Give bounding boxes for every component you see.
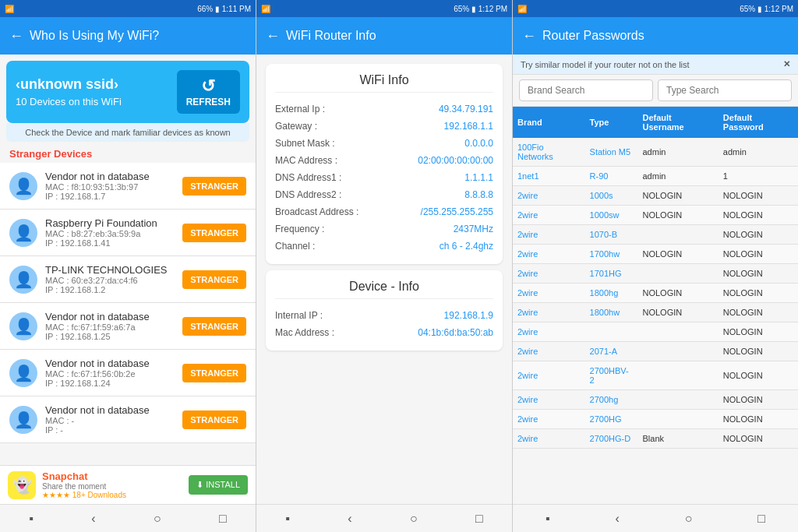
username-cell — [637, 390, 718, 410]
close-hint-icon[interactable]: ✕ — [783, 59, 790, 69]
back-arrow-3[interactable]: ← — [522, 28, 536, 44]
device-item: 👤 TP-LINK TECHNOLOGIES MAC : 60:e3:27:da… — [0, 256, 256, 303]
password-cell: NOLOGIN — [719, 284, 798, 303]
username-cell — [637, 225, 718, 245]
install-button[interactable]: ⬇ INSTALL — [189, 475, 248, 495]
stranger-button[interactable]: STRANGER — [182, 270, 246, 289]
stranger-button[interactable]: STRANGER — [182, 364, 246, 382]
username-cell: NOLOGIN — [637, 186, 718, 206]
device-mac: MAC : - — [45, 416, 175, 425]
col-type: Type — [585, 107, 638, 138]
info-row: DNS Address2 :8.8.8.8 — [275, 186, 493, 203]
table-row: 2wire 2700HBV-2 NOLOGIN — [513, 361, 798, 390]
nav-square-1[interactable]: ▪ — [29, 512, 34, 526]
info-row: External Ip :49.34.79.191 — [275, 100, 493, 118]
table-row: 100Fio Networks Station M5 admin admin — [513, 138, 798, 167]
table-row: 2wire 2700HG-D Blank NOLOGIN — [513, 429, 798, 449]
device-mac: MAC : f8:10:93:51:3b:97 — [45, 182, 175, 192]
screen-router-passwords: 📶 65% ▮ 1:12 PM ← Router Passwords Try s… — [513, 0, 798, 532]
device-info-rows: Internal IP :192.168.1.9Mac Address :04:… — [275, 307, 493, 341]
refresh-icon: ↺ — [186, 76, 231, 97]
ad-stars: ★★★★ 18+ Downloads — [42, 491, 182, 499]
brand-cell: 1net1 — [513, 167, 585, 186]
status-bar-2: 📶 65% ▮ 1:12 PM — [256, 0, 512, 17]
type-cell: 2700HG — [585, 410, 638, 429]
device-vendor: Vendor not in database — [45, 404, 175, 416]
header-title-3: Router Passwords — [542, 29, 789, 43]
brand-cell: 2wire — [513, 225, 585, 245]
password-cell: admin — [719, 138, 798, 167]
device-avatar: 👤 — [9, 359, 37, 387]
wifi-device-count: 10 Devices on this WiFi — [16, 96, 171, 107]
type-cell: 2700HG-D — [585, 429, 638, 449]
nav-recents-3[interactable]: □ — [757, 512, 765, 526]
nav-home-2[interactable]: ○ — [410, 512, 418, 526]
stranger-header: Stranger Devices — [0, 142, 256, 163]
nav-back-2[interactable]: ‹ — [348, 512, 351, 526]
back-arrow-1[interactable]: ← — [9, 28, 23, 44]
nav-square-2[interactable]: ▪ — [285, 512, 290, 526]
device-list: 👤 Vendor not in database MAC : f8:10:93:… — [0, 163, 256, 465]
brand-cell: 2wire — [513, 322, 585, 342]
password-cell: NOLOGIN — [719, 390, 798, 410]
device-item: 👤 Vendor not in database MAC : fc:67:1f:… — [0, 350, 256, 396]
brand-cell: 2wire — [513, 342, 585, 361]
stranger-button[interactable]: STRANGER — [182, 177, 246, 196]
username-cell: NOLOGIN — [637, 303, 718, 322]
nav-back-1[interactable]: ‹ — [91, 512, 95, 526]
type-cell: R-90 — [585, 167, 638, 186]
status-icons-2: 📶 — [261, 5, 270, 13]
table-row: 2wire 2700HG NOLOGIN — [513, 410, 798, 429]
nav-bar-1: ▪ ‹ ○ □ — [0, 504, 256, 532]
nav-home-3[interactable]: ○ — [685, 512, 693, 526]
device-ip: IP : 192.168.1.2 — [45, 285, 175, 294]
info-row: Frequency :2437MHz — [275, 220, 493, 238]
device-ip: IP : 192.168.1.25 — [45, 332, 175, 341]
device-avatar: 👤 — [9, 219, 37, 247]
password-cell: NOLOGIN — [719, 410, 798, 429]
screen-wifi-users: 📶 66% ▮ 1:11 PM ← Who Is Using My WiFi? … — [0, 0, 256, 532]
check-device-bar: Check the Device and mark familiar devic… — [6, 123, 249, 142]
table-row: 2wire 1000s NOLOGIN NOLOGIN — [513, 186, 798, 206]
stranger-button[interactable]: STRANGER — [182, 410, 246, 429]
screen-wifi-info: 📶 65% ▮ 1:12 PM ← WiFi Router Info WiFi … — [256, 0, 513, 532]
info-row: Internal IP :192.168.1.9 — [275, 307, 493, 324]
device-item: 👤 Raspberry Pi Foundation MAC : b8:27:eb… — [0, 210, 256, 256]
type-cell: 1700hw — [585, 245, 638, 264]
nav-back-3[interactable]: ‹ — [616, 512, 620, 526]
device-avatar: 👤 — [9, 312, 37, 340]
nav-recents-2[interactable]: □ — [475, 512, 483, 526]
info-row: Subnet Mask :0.0.0.0 — [275, 135, 493, 152]
type-cell: 1800hw — [585, 303, 638, 322]
back-arrow-2[interactable]: ← — [266, 28, 280, 44]
device-vendor: Vendor not in database — [45, 171, 175, 182]
device-mac: MAC : b8:27:eb:3a:59:9a — [45, 229, 175, 238]
col-brand: Brand — [513, 107, 585, 138]
password-cell: NOLOGIN — [719, 429, 798, 449]
brand-search-input[interactable] — [519, 79, 653, 101]
router-table: Brand Type Default Username Default Pass… — [513, 107, 798, 504]
username-cell — [637, 322, 718, 342]
table-row: 2wire 1701HG NOLOGIN — [513, 264, 798, 284]
username-cell — [637, 361, 718, 390]
table-row: 2wire NOLOGIN — [513, 322, 798, 342]
table-row: 2wire 1800hg NOLOGIN NOLOGIN — [513, 284, 798, 303]
stranger-button[interactable]: STRANGER — [182, 224, 246, 242]
table-row: 1net1 R-90 admin 1 — [513, 167, 798, 186]
device-vendor: TP-LINK TECHNOLOGIES — [45, 264, 175, 276]
info-row: Broadcast Address :/255.255.255.255 — [275, 203, 493, 220]
password-cell: NOLOGIN — [719, 264, 798, 284]
type-search-input[interactable] — [658, 79, 792, 101]
type-cell: 2700HBV-2 — [585, 361, 638, 390]
nav-home-1[interactable]: ○ — [154, 512, 161, 526]
username-cell — [637, 342, 718, 361]
stranger-button[interactable]: STRANGER — [182, 317, 246, 336]
info-row: Mac Address :04:1b:6d:ba:50:ab — [275, 324, 493, 341]
refresh-button[interactable]: ↺ REFRESH — [177, 70, 240, 114]
type-cell: 1800hg — [585, 284, 638, 303]
nav-square-3[interactable]: ▪ — [546, 512, 550, 526]
header-2: ← WiFi Router Info — [256, 17, 512, 55]
device-vendor: Vendor not in database — [45, 358, 175, 369]
nav-recents-1[interactable]: □ — [219, 512, 227, 526]
brand-cell: 2wire — [513, 429, 585, 449]
